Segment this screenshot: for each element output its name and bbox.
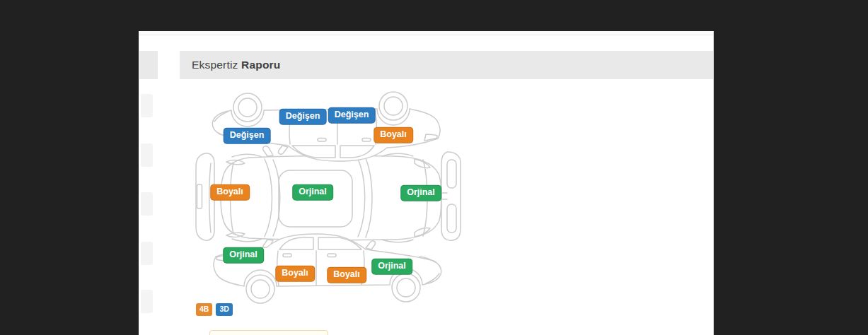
warning-box [209, 330, 328, 335]
view-toggle-3d[interactable]: 3D [216, 303, 232, 316]
report-title: Ekspertiz Raporu [180, 51, 713, 79]
damage-label-orjinal: Orjinal [293, 185, 332, 200]
damage-label-boyali: Boyalı [374, 128, 412, 143]
left-card-header [139, 51, 158, 79]
damage-label-boyali: Boyalı [328, 268, 366, 283]
damage-label-boyali: Boyalı [211, 185, 249, 200]
damage-label-orjinal: Orjinal [224, 248, 263, 263]
damage-label-degisen: Değişen [329, 108, 375, 123]
damage-label-degisen: Değişen [224, 129, 270, 143]
view-toggles: 4B3D [196, 303, 233, 316]
view-toggle-4b[interactable]: 4B [196, 303, 212, 316]
damage-label-orjinal: Orjinal [401, 186, 441, 201]
list-skeleton-row [141, 94, 153, 117]
panel-top-divider [139, 31, 713, 35]
report-title-bold: Raporu [241, 59, 280, 71]
report-modal: Ekspertiz Raporu [139, 31, 714, 335]
list-skeleton-row [141, 242, 153, 265]
damage-label-boyali: Boyalı [276, 266, 314, 281]
report-title-regular: Ekspertiz [192, 59, 238, 71]
list-skeleton-row [141, 290, 153, 313]
car-damage-diagram: DeğişenDeğişenDeğişenBoyalıBoyalıOrjinal… [191, 88, 468, 305]
damage-label-degisen: Değişen [280, 110, 326, 124]
damage-label-orjinal: Orjinal [372, 259, 412, 274]
list-skeleton-row [141, 192, 153, 216]
list-skeleton-row [141, 143, 153, 167]
